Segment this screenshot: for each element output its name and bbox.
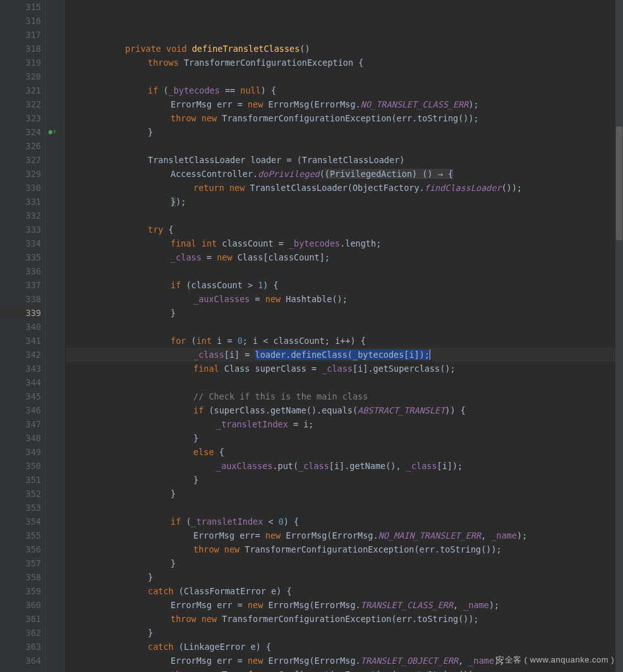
token-fld: _class: [298, 461, 329, 471]
line-number: 340: [0, 320, 41, 334]
token-id: (LinkageError e) {: [179, 642, 271, 652]
token-kw: final int: [171, 238, 222, 248]
token-kw: throw new: [193, 544, 245, 554]
token-id: [i].getSuperclass();: [353, 363, 456, 374]
code-line[interactable]: }: [66, 306, 623, 320]
code-editor[interactable]: 3153163173183193203213223233243263273293…: [0, 0, 623, 672]
code-line[interactable]: [66, 376, 623, 389]
code-line[interactable]: }: [66, 431, 623, 445]
code-line[interactable]: try {: [66, 223, 623, 236]
line-number: 320: [0, 70, 41, 83]
code-line[interactable]: });: [66, 195, 623, 209]
token-id: (ClassFormatError e) {: [179, 586, 292, 596]
token-kw: if: [171, 516, 186, 527]
token-id: TransletClassLoader(ObjectFactory.: [250, 183, 424, 193]
code-line[interactable]: _class[i] = loader.defineClass(_bytecode…: [66, 348, 623, 362]
code-line[interactable]: }: [66, 556, 623, 570]
token-id: ) {: [284, 516, 299, 527]
code-line[interactable]: throws TransformerConfigurationException…: [66, 56, 623, 70]
token-kw: new: [265, 294, 286, 304]
code-line[interactable]: throw new TransformerConfigurationExcept…: [66, 612, 623, 626]
line-number: 341: [0, 334, 41, 348]
code-line[interactable]: return new TransletClassLoader(ObjectFac…: [66, 181, 623, 195]
code-line[interactable]: _auxClasses.put(_class[i].getName(), _cl…: [66, 459, 623, 473]
token-kw: throw new: [171, 614, 222, 624]
code-line[interactable]: }: [66, 125, 623, 139]
token-id: .length;: [340, 238, 381, 248]
line-number-gutter: 3153163173183193203213223233243263273293…: [0, 0, 45, 672]
code-line[interactable]: private void defineTransletClasses(): [66, 42, 623, 56]
token-id: );: [517, 530, 527, 541]
code-line[interactable]: if (_bytecodes == null) {: [66, 83, 623, 97]
code-line[interactable]: if (classCount > 1) {: [66, 278, 623, 292]
code-line[interactable]: if (superClass.getName().equals(ABSTRACT…: [66, 403, 623, 417]
token-kw: throws: [148, 58, 184, 68]
code-line[interactable]: final int classCount = _bytecodes.length…: [66, 236, 623, 250]
token-stat: TRANSLET_CLASS_ERR: [361, 600, 453, 610]
code-line[interactable]: ErrorMsg err= new ErrorMsg(ErrorMsg.NO_M…: [66, 528, 623, 542]
code-line[interactable]: }: [66, 473, 623, 487]
code-line[interactable]: // Check if this is the main class: [66, 389, 623, 403]
token-id: }: [193, 433, 198, 443]
code-line[interactable]: catch (LinkageError e) {: [66, 640, 623, 654]
token-id: (): [299, 44, 310, 54]
token-id: =: [202, 252, 217, 262]
token-fld: _name: [468, 656, 494, 666]
code-line[interactable]: AccessController.doPrivileged((Privilege…: [66, 167, 623, 181]
code-line[interactable]: _class = new Class[classCount];: [66, 250, 623, 264]
token-stat: ABSTRACT_TRANSLET: [358, 405, 445, 415]
token-stat: findClassLoader: [425, 183, 502, 193]
token-id: }: [171, 558, 176, 568]
code-line[interactable]: [66, 264, 623, 278]
token-id: TransformerConfigurationException(err.to…: [222, 669, 478, 672]
token-lambda-param: (PrivilegedAction) () → {: [325, 169, 453, 179]
token-id: Class[classCount];: [238, 252, 330, 262]
token-stat: TRANSLET_OBJECT_ERR: [361, 656, 458, 666]
code-line[interactable]: throw new TransformerConfigurationExcept…: [66, 542, 623, 556]
code-line[interactable]: _transletIndex = i;: [66, 417, 623, 431]
code-line[interactable]: [66, 139, 623, 153]
code-line[interactable]: catch (ClassFormatError e) {: [66, 584, 623, 598]
line-number: 353: [0, 501, 41, 515]
code-line[interactable]: [66, 320, 623, 334]
vertical-scrollbar[interactable]: [615, 0, 623, 672]
token-kw: int: [197, 336, 217, 346]
code-line[interactable]: }: [66, 487, 623, 501]
line-number: 347: [0, 417, 41, 431]
line-number: 334: [0, 236, 41, 250]
code-line[interactable]: else {: [66, 445, 623, 459]
token-sel: [i]);: [404, 350, 430, 360]
code-line[interactable]: for (int i = 0; i < classCount; i++) {: [66, 334, 623, 348]
token-fld: _bytecodes: [289, 238, 340, 248]
scrollbar-thumb[interactable]: [616, 126, 622, 240]
token-kw: if: [171, 280, 186, 290]
code-line[interactable]: throw new TransformerConfigurationExcept…: [66, 111, 623, 125]
token-id: TransformerConfigurationException(err.to…: [222, 614, 478, 624]
code-line[interactable]: TransletClassLoader loader = (TransletCl…: [66, 153, 623, 167]
token-mname: defineTransletClasses: [192, 44, 300, 54]
code-line[interactable]: _auxClasses = new Hashtable();: [66, 292, 623, 306]
line-number: 343: [0, 362, 41, 376]
line-number: 360: [0, 598, 41, 612]
token-id: }: [148, 572, 153, 582]
code-line[interactable]: [66, 501, 623, 515]
line-number: 323: [0, 111, 41, 125]
code-line[interactable]: if (_transletIndex < 0) {: [66, 515, 623, 528]
code-line[interactable]: ErrorMsg err = new ErrorMsg(ErrorMsg.NO_…: [66, 97, 623, 111]
token-kw: for: [171, 336, 191, 346]
token-kw: void: [166, 44, 192, 54]
code-line[interactable]: }: [66, 626, 623, 640]
code-line[interactable]: [66, 70, 623, 83]
token-id: ,: [481, 530, 491, 541]
code-line[interactable]: throw new TransformerConfigurationExcept…: [66, 668, 623, 672]
token-id: {: [219, 447, 224, 457]
code-line[interactable]: [66, 209, 623, 223]
token-id: ) {: [263, 280, 278, 290]
token-id: ) {: [261, 85, 276, 95]
code-area[interactable]: private void defineTransletClasses()thro…: [64, 0, 623, 672]
code-line[interactable]: ErrorMsg err = new ErrorMsg(ErrorMsg.TRA…: [66, 598, 623, 612]
line-number: 351: [0, 473, 41, 487]
code-line[interactable]: }: [66, 570, 623, 584]
code-line[interactable]: final Class superClass = _class[i].getSu…: [66, 362, 623, 376]
line-number: 362: [0, 626, 41, 640]
